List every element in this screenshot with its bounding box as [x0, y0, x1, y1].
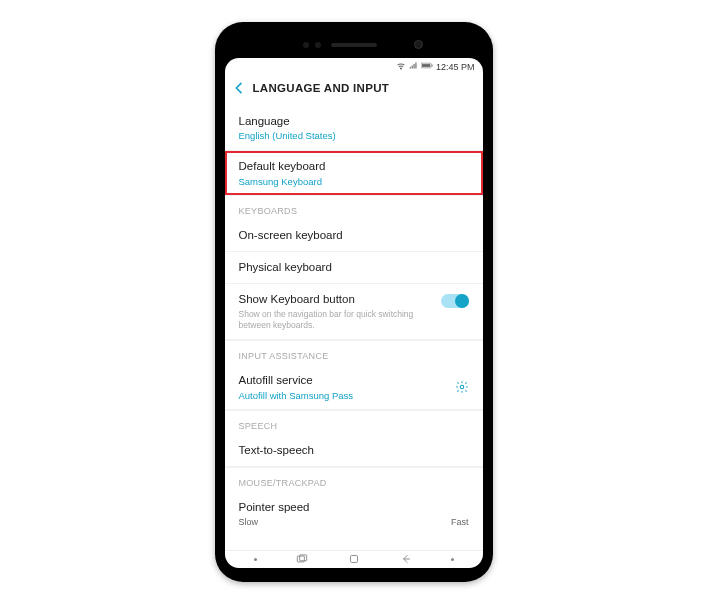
- signal-icon: [409, 61, 418, 72]
- pointer-speed-title: Pointer speed: [239, 500, 469, 515]
- default-keyboard-item[interactable]: Default keyboard Samsung Keyboard: [225, 151, 483, 195]
- wifi-icon: [396, 61, 406, 73]
- back-icon[interactable]: [231, 80, 247, 96]
- onscreen-keyboard-title: On-screen keyboard: [239, 228, 469, 243]
- default-keyboard-sub: Samsung Keyboard: [239, 176, 469, 187]
- page-header: LANGUAGE AND INPUT: [225, 76, 483, 106]
- nav-dot-right: [451, 558, 454, 561]
- section-input-assistance: INPUT ASSISTANCE: [225, 340, 483, 365]
- pointer-speed-slider-labels: Slow Fast: [225, 517, 483, 531]
- show-keyboard-button-item[interactable]: Show Keyboard button Show on the navigat…: [225, 284, 483, 340]
- autofill-service-item[interactable]: Autofill service Autofill with Samsung P…: [225, 365, 483, 410]
- clock-text: 12:45 PM: [436, 62, 475, 72]
- show-keyboard-button-desc: Show on the navigation bar for quick swi…: [239, 309, 433, 331]
- physical-keyboard-title: Physical keyboard: [239, 260, 469, 275]
- svg-point-4: [460, 385, 464, 389]
- status-bar: 12:45 PM: [225, 58, 483, 76]
- section-keyboards: KEYBOARDS: [225, 195, 483, 220]
- gear-icon[interactable]: [455, 380, 469, 394]
- show-keyboard-button-title: Show Keyboard button: [239, 292, 433, 307]
- svg-rect-7: [350, 556, 357, 563]
- page-title: LANGUAGE AND INPUT: [253, 82, 390, 94]
- svg-point-0: [400, 68, 401, 69]
- pointer-speed-item[interactable]: Pointer speed: [225, 492, 483, 517]
- physical-keyboard-item[interactable]: Physical keyboard: [225, 252, 483, 284]
- battery-icon: [421, 61, 433, 72]
- show-keyboard-button-toggle[interactable]: [441, 294, 469, 308]
- default-keyboard-title: Default keyboard: [239, 159, 469, 174]
- autofill-title: Autofill service: [239, 373, 354, 388]
- tts-title: Text-to-speech: [239, 443, 469, 458]
- section-speech: SPEECH: [225, 410, 483, 435]
- onscreen-keyboard-item[interactable]: On-screen keyboard: [225, 220, 483, 252]
- navigation-bar: [225, 550, 483, 568]
- slider-slow-label: Slow: [239, 517, 259, 527]
- section-mouse: MOUSE/TRACKPAD: [225, 467, 483, 492]
- language-title: Language: [239, 114, 469, 129]
- language-item[interactable]: Language English (United States): [225, 106, 483, 151]
- svg-rect-3: [432, 65, 433, 67]
- back-nav-icon[interactable]: [399, 552, 413, 566]
- nav-dot: [254, 558, 257, 561]
- svg-rect-2: [422, 64, 430, 67]
- slider-fast-label: Fast: [451, 517, 469, 527]
- phone-frame: 12:45 PM LANGUAGE AND INPUT Language Eng…: [215, 22, 493, 582]
- autofill-sub: Autofill with Samsung Pass: [239, 390, 354, 401]
- language-sub: English (United States): [239, 130, 469, 141]
- recents-icon[interactable]: [295, 552, 309, 566]
- screen: 12:45 PM LANGUAGE AND INPUT Language Eng…: [225, 58, 483, 568]
- home-icon[interactable]: [347, 552, 361, 566]
- settings-list[interactable]: Language English (United States) Default…: [225, 106, 483, 550]
- phone-top: [225, 32, 483, 58]
- text-to-speech-item[interactable]: Text-to-speech: [225, 435, 483, 467]
